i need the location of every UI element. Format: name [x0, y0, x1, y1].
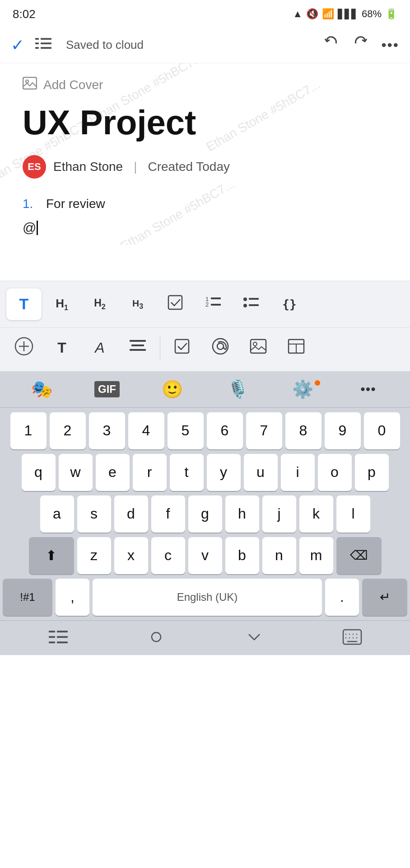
key-4[interactable]: 4 — [128, 412, 164, 449]
image-button[interactable] — [241, 332, 276, 364]
status-icons: ▲ 🔇 📶 ▋▋▋ 68% 🔋 — [293, 8, 397, 20]
bottom-nav — [0, 620, 410, 655]
format-text-button[interactable]: T — [6, 288, 42, 320]
italic-icon: A — [95, 340, 104, 356]
author-name: Ethan Stone — [53, 160, 123, 174]
more-options-icon[interactable]: ••• — [381, 37, 399, 53]
key-b[interactable]: b — [225, 537, 259, 574]
key-n[interactable]: n — [262, 537, 296, 574]
key-o[interactable]: o — [318, 454, 352, 491]
enter-key[interactable]: ↵ — [362, 579, 407, 616]
key-a[interactable]: a — [40, 495, 74, 533]
key-r[interactable]: r — [133, 454, 167, 491]
emoji-sticker-button[interactable]: 🎭 — [19, 379, 64, 399]
key-1[interactable]: 1 — [10, 412, 47, 449]
microphone-icon: 🎙️ — [227, 379, 248, 399]
backspace-key[interactable]: ⌫ — [336, 537, 382, 574]
author-row: ES Ethan Stone | Created Today — [23, 155, 387, 179]
key-g[interactable]: g — [188, 495, 222, 533]
format-h3-button[interactable]: H3 — [120, 288, 155, 320]
key-q[interactable]: q — [22, 454, 56, 491]
key-v[interactable]: v — [188, 537, 222, 574]
key-m[interactable]: m — [299, 537, 333, 574]
key-c[interactable]: c — [151, 537, 185, 574]
wifi-icon: 📶 — [322, 8, 334, 20]
ordered-list-icon: 1 2 — [205, 295, 223, 313]
outline-icon[interactable] — [35, 36, 51, 54]
key-l[interactable]: l — [336, 495, 370, 533]
format-code-button[interactable]: {} — [272, 288, 307, 320]
key-e[interactable]: e — [96, 454, 130, 491]
qwerty-row: q w e r t y u i o p — [3, 454, 407, 491]
format-ordered-list-button[interactable]: 1 2 — [196, 288, 231, 320]
key-s[interactable]: s — [77, 495, 111, 533]
h1-icon: H1 — [56, 297, 68, 312]
key-7[interactable]: 7 — [246, 412, 282, 449]
at-symbol: @ — [23, 220, 36, 236]
key-d[interactable]: d — [114, 495, 148, 533]
cursor-line[interactable]: @ — [23, 220, 387, 236]
key-j[interactable]: j — [262, 495, 296, 533]
nav-menu-button[interactable] — [31, 629, 85, 645]
key-9[interactable]: 9 — [325, 412, 361, 449]
keyboard: 1 2 3 4 5 6 7 8 9 0 q w e r t y u i o p … — [0, 408, 410, 620]
settings-button[interactable]: ⚙️ — [280, 379, 326, 399]
key-x[interactable]: x — [114, 537, 148, 574]
insert-button[interactable] — [6, 332, 42, 364]
align-icon — [130, 339, 146, 357]
key-w[interactable]: w — [59, 454, 93, 491]
key-5[interactable]: 5 — [168, 412, 204, 449]
redo-icon[interactable] — [352, 35, 368, 55]
list-item[interactable]: 1. For review — [23, 197, 387, 211]
key-p[interactable]: p — [355, 454, 389, 491]
saved-status: Saved to cloud — [66, 38, 144, 52]
key-8[interactable]: 8 — [285, 412, 321, 449]
format-bullet-list-button[interactable] — [234, 288, 269, 320]
mention-button[interactable] — [203, 332, 238, 364]
gif-button[interactable]: GIF — [84, 381, 130, 397]
svg-rect-31 — [49, 631, 55, 632]
svg-rect-37 — [152, 632, 161, 642]
action-checkbox-button[interactable] — [165, 332, 200, 364]
key-u[interactable]: u — [244, 454, 278, 491]
toolbar-right: ••• — [323, 35, 399, 55]
key-z[interactable]: z — [77, 537, 111, 574]
svg-rect-2 — [35, 42, 39, 44]
more-button[interactable]: ••• — [346, 382, 391, 397]
key-t[interactable]: t — [170, 454, 204, 491]
add-cover-icon — [23, 77, 37, 93]
key-h[interactable]: h — [225, 495, 259, 533]
table-button[interactable] — [279, 332, 314, 364]
nav-home-button[interactable] — [129, 628, 183, 646]
key-k[interactable]: k — [299, 495, 333, 533]
format-h1-button[interactable]: H1 — [44, 288, 79, 320]
key-0[interactable]: 0 — [364, 412, 400, 449]
format-h2-button[interactable]: H2 — [82, 288, 117, 320]
format-checkbox-button[interactable] — [158, 288, 193, 320]
key-i[interactable]: i — [281, 454, 315, 491]
bold-button[interactable]: T — [44, 332, 79, 364]
svg-rect-21 — [131, 344, 144, 346]
microphone-button[interactable]: 🎙️ — [215, 379, 260, 399]
key-y[interactable]: y — [207, 454, 241, 491]
check-icon[interactable]: ✓ — [11, 36, 24, 55]
period-key[interactable]: . — [325, 579, 359, 616]
document-title[interactable]: UX Project — [23, 104, 387, 142]
key-f[interactable]: f — [151, 495, 185, 533]
nav-keyboard-button[interactable] — [325, 629, 379, 645]
nav-down-button[interactable] — [227, 629, 281, 645]
symbols-key[interactable]: !#1 — [3, 579, 52, 616]
comma-key[interactable]: , — [56, 579, 89, 616]
undo-icon[interactable] — [323, 35, 340, 55]
author-separator: | — [134, 160, 137, 174]
signal-icon: ▋▋▋ — [338, 9, 358, 19]
add-cover-row[interactable]: Add Cover — [23, 77, 387, 93]
key-2[interactable]: 2 — [50, 412, 86, 449]
key-3[interactable]: 3 — [89, 412, 125, 449]
shift-key[interactable]: ⬆ — [29, 537, 74, 574]
align-button[interactable] — [120, 332, 155, 364]
key-6[interactable]: 6 — [207, 412, 243, 449]
italic-button[interactable]: A — [82, 332, 117, 364]
space-key[interactable]: English (UK) — [93, 579, 322, 616]
smiley-button[interactable]: 🙂 — [150, 379, 195, 399]
